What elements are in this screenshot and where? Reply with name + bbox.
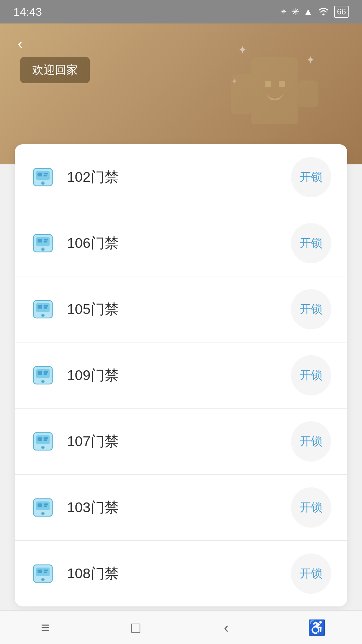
svg-rect-37 xyxy=(38,503,42,507)
battery-icon: 66 xyxy=(334,6,349,18)
nav-home-button[interactable]: □ xyxy=(122,614,149,641)
door-label-108: 108门禁 xyxy=(67,564,291,583)
svg-rect-46 xyxy=(44,572,47,573)
svg-rect-38 xyxy=(44,503,48,505)
bottom-nav: ≡ □ ‹ ♿ xyxy=(0,610,362,644)
svg-rect-25 xyxy=(44,373,47,375)
svg-rect-39 xyxy=(44,505,47,507)
bluetooth-icon: ✳ xyxy=(291,6,299,17)
svg-rect-32 xyxy=(44,439,47,441)
door-lock-icon xyxy=(31,363,55,387)
mascot-eyes xyxy=(265,81,285,87)
status-time: 14:43 xyxy=(13,5,42,18)
svg-rect-11 xyxy=(44,241,47,243)
door-item-109: 109门禁 开锁 xyxy=(15,342,347,409)
svg-rect-9 xyxy=(38,239,42,243)
nav-access-button[interactable]: ♿ xyxy=(303,614,330,641)
door-lock-icon xyxy=(31,561,55,586)
mascot-body xyxy=(251,57,298,124)
home-icon: □ xyxy=(131,619,140,636)
mascot-smile xyxy=(266,92,283,100)
hero-section: ‹ 欢迎回家 ✦ ✦ ✦ xyxy=(0,23,362,164)
wifi-icon xyxy=(317,6,329,18)
svg-rect-3 xyxy=(44,173,48,174)
unlock-button-109[interactable]: 开锁 xyxy=(291,355,331,395)
accessibility-icon: ♿ xyxy=(308,619,326,636)
unlock-label-102: 开锁 xyxy=(300,169,322,185)
menu-icon: ≡ xyxy=(41,619,50,636)
unlock-button-105[interactable]: 开锁 xyxy=(291,289,331,329)
back-button[interactable]: ‹ xyxy=(10,34,30,54)
svg-point-27 xyxy=(42,381,44,382)
unlock-button-106[interactable]: 开锁 xyxy=(291,223,331,263)
svg-rect-4 xyxy=(44,175,47,176)
door-label-103: 103门禁 xyxy=(67,498,291,517)
door-item-105: 105门禁 开锁 xyxy=(15,276,347,342)
unlock-label-105: 开锁 xyxy=(300,302,322,317)
svg-rect-10 xyxy=(44,239,48,240)
status-icons: ⌖ ✳ ▲ 66 xyxy=(281,6,349,18)
back-arrow-icon: ‹ xyxy=(18,35,23,52)
nav-back-button[interactable]: ‹ xyxy=(213,614,240,641)
door-lock-icon xyxy=(31,231,55,255)
svg-point-41 xyxy=(42,513,44,514)
unlock-button-108[interactable]: 开锁 xyxy=(291,553,331,594)
nav-menu-button[interactable]: ≡ xyxy=(32,614,59,641)
svg-rect-16 xyxy=(38,305,42,309)
door-item-106: 106门禁 开锁 xyxy=(15,210,347,276)
location-icon: ⌖ xyxy=(281,6,287,17)
svg-rect-18 xyxy=(44,307,47,309)
door-lock-icon xyxy=(31,165,55,189)
mascot-wing-left xyxy=(231,74,251,114)
svg-rect-23 xyxy=(38,371,42,375)
door-lock-icon xyxy=(31,297,55,321)
unlock-label-106: 开锁 xyxy=(300,235,322,251)
unlock-button-103[interactable]: 开锁 xyxy=(291,487,331,528)
welcome-badge: 欢迎回家 xyxy=(20,57,90,83)
svg-rect-24 xyxy=(44,371,48,373)
svg-point-13 xyxy=(42,249,44,250)
svg-rect-17 xyxy=(44,305,48,307)
unlock-label-107: 开锁 xyxy=(300,434,322,449)
svg-point-20 xyxy=(42,315,44,316)
door-lock-icon xyxy=(31,495,55,520)
unlock-label-103: 开锁 xyxy=(300,500,322,515)
sparkle-3: ✦ xyxy=(306,54,315,66)
unlock-label-109: 开锁 xyxy=(300,368,322,383)
door-label-107: 107门禁 xyxy=(67,432,291,451)
svg-rect-2 xyxy=(38,173,42,176)
mascot-eye-left xyxy=(265,81,271,87)
door-item-102: 102门禁 开锁 xyxy=(15,144,347,210)
mascot-eye-right xyxy=(279,81,285,87)
signal-icon: ▲ xyxy=(304,6,313,17)
door-label-105: 105门禁 xyxy=(67,300,291,319)
nav-back-icon: ‹ xyxy=(224,619,229,636)
svg-rect-30 xyxy=(38,437,42,441)
sparkle-1: ✦ xyxy=(238,44,247,56)
unlock-button-102[interactable]: 开锁 xyxy=(291,157,331,197)
svg-point-48 xyxy=(42,579,44,580)
unlock-label-108: 开锁 xyxy=(300,566,322,581)
door-lock-icon xyxy=(31,429,55,453)
svg-point-34 xyxy=(42,447,44,448)
door-item-107: 107门禁 开锁 xyxy=(15,409,347,475)
door-list-card: 102门禁 开锁 106门禁 开锁 xyxy=(15,144,347,606)
door-label-102: 102门禁 xyxy=(67,168,291,186)
door-item-103: 103门禁 开锁 xyxy=(15,475,347,541)
svg-rect-45 xyxy=(44,570,48,571)
status-bar: 14:43 ⌖ ✳ ▲ 66 xyxy=(0,0,362,23)
door-item-108: 108门禁 开锁 xyxy=(15,541,347,606)
svg-rect-44 xyxy=(38,570,42,573)
door-label-109: 109门禁 xyxy=(67,366,291,385)
svg-rect-31 xyxy=(44,437,48,439)
mascot: ✦ ✦ ✦ xyxy=(231,44,318,144)
mascot-wing-right xyxy=(298,80,318,107)
unlock-button-107[interactable]: 开锁 xyxy=(291,421,331,462)
door-label-106: 106门禁 xyxy=(67,234,291,253)
svg-point-6 xyxy=(42,182,44,184)
